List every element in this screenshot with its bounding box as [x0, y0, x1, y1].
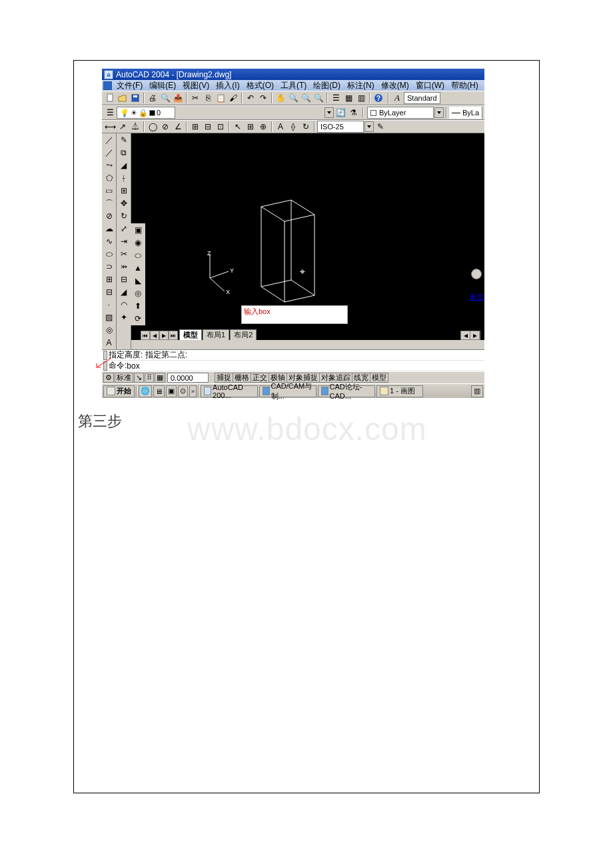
- circle-icon[interactable]: ⊘: [103, 210, 115, 222]
- revolve-icon[interactable]: ⟳: [132, 313, 144, 325]
- text-icon[interactable]: A: [103, 337, 115, 349]
- open-file-icon[interactable]: [117, 92, 129, 104]
- quick-player-icon[interactable]: ⊙: [178, 385, 188, 397]
- redo-icon[interactable]: ↷: [257, 92, 269, 104]
- extend-icon[interactable]: ⤗: [118, 261, 130, 273]
- polygon-icon[interactable]: ⬠: [103, 172, 115, 184]
- document-mini-icon[interactable]: [103, 81, 112, 90]
- dim-style-dropdown-icon[interactable]: [364, 121, 374, 132]
- menu-view[interactable]: 视图(V): [181, 80, 211, 91]
- dim-diameter-icon[interactable]: ⊘: [159, 121, 171, 133]
- commcenter-icon[interactable]: [471, 269, 482, 279]
- menu-format[interactable]: 格式(O): [245, 80, 276, 91]
- menu-dimension[interactable]: 标注(N): [345, 80, 376, 91]
- mirror-icon[interactable]: ◢: [118, 159, 130, 171]
- pan-realtime-icon[interactable]: ✋: [275, 92, 287, 104]
- snap-mode-button[interactable]: 捕捉: [215, 373, 233, 383]
- stretch-icon[interactable]: ⇥: [118, 235, 130, 247]
- erase-icon[interactable]: ✎: [118, 134, 130, 146]
- publish-icon[interactable]: 📤: [172, 92, 184, 104]
- dim-leader-icon[interactable]: ↖: [232, 121, 244, 133]
- print-icon[interactable]: 🖨: [147, 92, 159, 104]
- dim-center-icon[interactable]: ⊕: [257, 121, 269, 133]
- linetype-bylayer-dropdown[interactable]: ByLa: [449, 107, 482, 119]
- tab-nav-first-icon[interactable]: ⏮: [141, 331, 150, 340]
- rotate-icon[interactable]: ↻: [118, 210, 130, 222]
- hatch-icon[interactable]: ▨: [103, 311, 115, 323]
- ellipse-arc-icon[interactable]: ⊃: [103, 261, 115, 273]
- array-icon[interactable]: ⊞: [118, 185, 130, 197]
- start-button[interactable]: 开始: [103, 385, 135, 397]
- ellipse-icon[interactable]: ⬭: [103, 248, 115, 260]
- menu-draw[interactable]: 绘图(D): [311, 80, 342, 91]
- rectangle-icon[interactable]: ▭: [103, 185, 115, 197]
- layer-dropdown[interactable]: 💡 ☀ 🔒 0: [117, 107, 175, 119]
- toolpalettes-icon[interactable]: ▥: [355, 92, 367, 104]
- menu-window[interactable]: 窗口(W): [414, 80, 446, 91]
- scale-icon[interactable]: ⤢: [118, 223, 130, 235]
- arc-icon[interactable]: ⌒: [103, 197, 115, 209]
- grid-mode-button[interactable]: 栅格: [233, 373, 251, 383]
- offset-icon[interactable]: ⟊: [118, 172, 130, 184]
- zoom-window-icon[interactable]: 🔍: [300, 92, 312, 104]
- insert-block-icon[interactable]: ⊞: [103, 273, 115, 285]
- save-icon[interactable]: [129, 92, 141, 104]
- help-icon[interactable]: ?: [372, 92, 384, 104]
- dim-radius-icon[interactable]: ◯: [147, 121, 159, 133]
- dim-aligned-icon[interactable]: ↗: [117, 121, 129, 133]
- dim-tedit-icon[interactable]: ⟠: [287, 121, 299, 133]
- dim-continue-icon[interactable]: ⊡: [215, 121, 227, 133]
- dim-ordinate-icon[interactable]: ⏃: [129, 121, 141, 133]
- xline-icon[interactable]: ／: [103, 147, 115, 159]
- text-style-dropdown[interactable]: Standard: [404, 92, 440, 104]
- chamfer-icon[interactable]: ◢: [118, 286, 130, 298]
- pline-icon[interactable]: ⤳: [103, 159, 115, 171]
- line-icon[interactable]: ／: [103, 134, 115, 146]
- sb-settings-icon[interactable]: ⚙: [103, 373, 114, 383]
- sphere-solid-icon[interactable]: ◉: [132, 237, 144, 249]
- wedge-solid-icon[interactable]: ◣: [132, 275, 144, 287]
- sb-xy-icon[interactable]: ▦: [155, 373, 165, 383]
- move-icon[interactable]: ✥: [118, 197, 130, 209]
- cone-solid-icon[interactable]: ▲: [132, 262, 144, 274]
- dim-baseline-icon[interactable]: ⊟: [202, 121, 214, 133]
- text-style-a-icon[interactable]: A: [391, 92, 403, 104]
- hscroll-buttons[interactable]: ◀▶: [460, 331, 480, 340]
- tab-nav-last-icon[interactable]: ⏭: [169, 331, 178, 340]
- sb-standard-label[interactable]: 标准: [115, 373, 133, 383]
- tray-icon[interactable]: ▥: [471, 385, 483, 397]
- region-icon[interactable]: ◎: [103, 324, 115, 336]
- task-cadcam[interactable]: CAD/CAM与制...: [259, 385, 316, 397]
- dim-tolerance-icon[interactable]: ⊞: [245, 121, 257, 133]
- box-solid-icon[interactable]: ▣: [132, 224, 144, 236]
- make-block-icon[interactable]: ⊟: [103, 286, 115, 298]
- match-prop-icon[interactable]: 🖌: [227, 92, 239, 104]
- spline-icon[interactable]: ∿: [103, 235, 115, 247]
- dim-quick-icon[interactable]: ⊞: [189, 121, 201, 133]
- fillet-icon[interactable]: ◠: [118, 299, 130, 311]
- menu-edit[interactable]: 编辑(E): [147, 80, 178, 91]
- layer-states-dropdown-icon[interactable]: [324, 107, 334, 118]
- sb-arrow-icon[interactable]: ↘: [134, 373, 144, 383]
- quick-desktop-icon[interactable]: 🖥: [153, 385, 165, 397]
- quick-media-icon[interactable]: ▣: [166, 385, 177, 397]
- task-autocad[interactable]: AutoCAD 200...: [201, 385, 258, 397]
- layout1-tab[interactable]: 布局1: [203, 329, 229, 340]
- undo-icon[interactable]: ↶: [245, 92, 257, 104]
- tab-nav-prev-icon[interactable]: ◀: [150, 331, 159, 340]
- cut-icon[interactable]: ✂: [189, 92, 201, 104]
- dim-style-manager-icon[interactable]: ✎: [374, 121, 386, 133]
- extrude-icon[interactable]: ⬆: [132, 300, 144, 312]
- lwt-mode-button[interactable]: 线宽: [352, 373, 370, 383]
- menu-tools[interactable]: 工具(T): [279, 80, 308, 91]
- layer-previous-icon[interactable]: 🔄: [334, 107, 346, 119]
- layer-manager-icon[interactable]: ☰: [104, 107, 116, 119]
- designcenter-icon[interactable]: ▦: [342, 92, 354, 104]
- menu-modify[interactable]: 修改(M): [379, 80, 411, 91]
- preview-icon[interactable]: 🔍: [159, 92, 171, 104]
- viewport[interactable]: ▣ ◉ ⬭ ▲ ◣ ◎ ⬆ ⟳ Z: [131, 133, 484, 340]
- menu-help[interactable]: 帮助(H): [449, 80, 480, 91]
- copy-icon[interactable]: ⎘: [202, 92, 214, 104]
- quick-more-icon[interactable]: »: [189, 385, 197, 397]
- model-tab[interactable]: 模型: [179, 329, 202, 340]
